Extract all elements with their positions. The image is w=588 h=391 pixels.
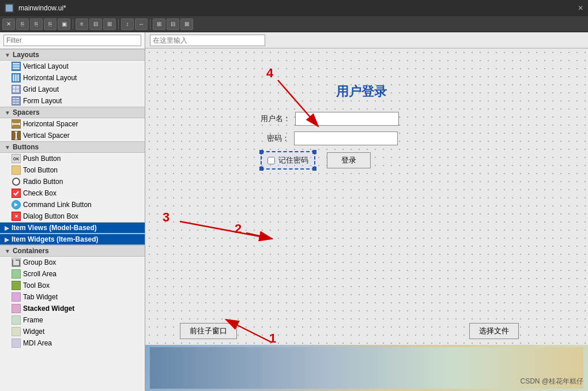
username-input[interactable] — [295, 112, 399, 126]
filter-input[interactable] — [3, 35, 141, 46]
sidebar-item-frame-label: Frame — [23, 316, 43, 324]
annotation-3: 3 — [163, 210, 169, 225]
sidebar-item-check-box[interactable]: Check Box — [0, 187, 145, 199]
svg-rect-15 — [16, 100, 19, 101]
sidebar-item-scroll-area[interactable]: Scroll Area — [0, 268, 145, 280]
section-item-views-label: Item Views (Model-Based) — [12, 224, 97, 232]
section-item-widgets-label: Item Widgets (Item-Based) — [12, 235, 99, 243]
svg-marker-23 — [14, 138, 18, 140]
sidebar-item-widget[interactable]: Widget — [0, 326, 145, 337]
sidebar-item-stacked-widget[interactable]: Stacked Widget — [0, 303, 145, 314]
choose-file-button-container: 选择文件 — [469, 323, 519, 339]
svg-rect-17 — [16, 103, 19, 104]
sidebar-item-horizontal-layout-label: Horizontal Layout — [23, 74, 77, 82]
toolbar-btn-10[interactable]: ↔ — [135, 18, 148, 30]
bottom-image — [150, 347, 583, 389]
svg-line-31 — [246, 233, 272, 239]
annotation-2: 2 — [235, 221, 242, 236]
choose-file-button[interactable]: 选择文件 — [469, 323, 519, 339]
sel-handle-tr — [312, 150, 316, 154]
form-widget: 用户登录 用户名： 密码： — [261, 83, 462, 170]
login-button[interactable]: 登录 — [327, 152, 371, 168]
filter-bar — [0, 32, 145, 49]
toolbar-btn-12[interactable]: ⊟ — [167, 18, 179, 30]
vlayout-icon — [12, 62, 21, 71]
glayout-icon — [12, 85, 21, 94]
toolbar-btn-13[interactable]: ⊠ — [180, 18, 193, 30]
sidebar-item-tool-box-label: Tool Box — [23, 281, 50, 290]
section-containers-label: Containers — [13, 247, 49, 255]
sidebar-item-group-box-label: Group Box — [23, 258, 56, 266]
toolbar-btn-3[interactable]: ⎘ — [30, 18, 43, 30]
dialog-btn-icon: ✕ — [12, 212, 21, 221]
svg-rect-16 — [13, 103, 16, 104]
sidebar-item-horizontal-spacer[interactable]: Horizontal Spacer — [0, 118, 145, 130]
username-label: 用户名： — [261, 114, 291, 124]
svg-rect-5 — [13, 74, 14, 81]
sidebar-item-grid-layout[interactable]: Grid Layout — [0, 84, 145, 95]
svg-rect-1 — [6, 5, 13, 12]
password-label: 密码： — [261, 133, 289, 144]
window-title: mainwindow.ui* — [18, 4, 573, 12]
sidebar-item-tab-widget[interactable]: Tab Widget — [0, 291, 145, 303]
sidebar-item-form-layout-label: Form Layout — [23, 97, 62, 105]
arrow-item-views: ▶ — [5, 225, 9, 231]
section-buttons[interactable]: ▼ Buttons — [0, 141, 145, 153]
toolbar-btn-1[interactable]: ✕ — [2, 18, 15, 30]
toolbar-btn-8[interactable]: ⊞ — [103, 18, 116, 30]
vspacer-icon — [12, 131, 21, 140]
canvas-search-input[interactable] — [150, 35, 265, 46]
widget-tree: ▼ Layouts Vertical Layout Horizontal Lay… — [0, 49, 145, 391]
sidebar-item-vertical-layout[interactable]: Vertical Layout — [0, 61, 145, 72]
sidebar-item-horizontal-spacer-label: Horizontal Spacer — [23, 120, 78, 128]
sel-handle-tl — [259, 150, 263, 154]
remember-checkbox[interactable] — [267, 157, 275, 164]
stacked-widget-icon — [12, 304, 21, 313]
section-item-widgets[interactable]: ▶ Item Widgets (Item-Based) — [0, 234, 145, 245]
sidebar-item-tool-box[interactable]: Tool Box — [0, 280, 145, 291]
section-containers[interactable]: ▼ Containers — [0, 245, 145, 257]
toolbar-sep-1 — [73, 19, 73, 29]
toolbar-btn-6[interactable]: ≡ — [76, 18, 88, 30]
close-icon[interactable]: ✕ — [578, 4, 583, 12]
form-title: 用户登录 — [261, 83, 462, 100]
toolbar-btn-7[interactable]: ⊟ — [89, 18, 102, 30]
sidebar-item-dialog-button-box-label: Dialog Button Box — [23, 212, 78, 220]
toolbar-btn-9[interactable]: ↕ — [121, 18, 134, 30]
sidebar-item-vertical-spacer-label: Vertical Spacer — [23, 131, 70, 140]
sidebar-item-dialog-button-box[interactable]: ✕ Dialog Button Box — [0, 210, 145, 222]
hspacer-icon — [12, 119, 21, 129]
toolbar-btn-2[interactable]: ⎘ — [16, 18, 29, 30]
sidebar-item-form-layout[interactable]: Form Layout — [0, 95, 145, 107]
password-input[interactable] — [294, 131, 398, 145]
section-spacers[interactable]: ▼ Spacers — [0, 107, 145, 118]
section-layouts[interactable]: ▼ Layouts — [0, 49, 145, 61]
svg-marker-20 — [18, 122, 20, 126]
sidebar-item-mdi-area[interactable]: MDI Area — [0, 337, 145, 349]
main-layout: ▼ Layouts Vertical Layout Horizontal Lay… — [0, 32, 588, 391]
sidebar-item-tab-widget-label: Tab Widget — [23, 293, 58, 301]
sidebar-item-horizontal-layout[interactable]: Horizontal Layout — [0, 72, 145, 84]
toolbar-btn-5[interactable]: ▣ — [58, 18, 70, 30]
svg-rect-27 — [13, 260, 16, 261]
sidebar-item-command-link-button[interactable]: Command Link Button — [0, 199, 145, 210]
sidebar-item-frame[interactable]: Frame — [0, 314, 145, 326]
svg-rect-3 — [13, 65, 20, 67]
svg-marker-22 — [14, 131, 18, 133]
goto-button[interactable]: 前往子窗口 — [180, 323, 237, 339]
toolbar-btn-4[interactable]: ⎘ — [44, 18, 56, 30]
sidebar-item-radio-button[interactable]: Radio Button — [0, 176, 145, 187]
left-panel: ▼ Layouts Vertical Layout Horizontal Lay… — [0, 32, 145, 391]
section-item-views[interactable]: ▶ Item Views (Model-Based) — [0, 222, 145, 234]
sidebar-item-widget-label: Widget — [23, 328, 44, 336]
svg-rect-12 — [13, 98, 16, 99]
sidebar-item-tool-button[interactable]: Tool Button — [0, 164, 145, 176]
sidebar-item-vertical-spacer[interactable]: Vertical Spacer — [0, 130, 145, 141]
annotation-4: 4 — [266, 66, 273, 81]
toolbar-btn-11[interactable]: ⊞ — [153, 18, 165, 30]
app-icon — [5, 3, 14, 13]
sidebar-item-push-button[interactable]: OK Push Button — [0, 153, 145, 164]
canvas-background[interactable]: 4 3 2 1 用户登录 用户名： 密码： — [145, 48, 588, 345]
action-row: 记住密码 登录 — [261, 151, 462, 170]
sidebar-item-group-box[interactable]: Group Box — [0, 257, 145, 268]
